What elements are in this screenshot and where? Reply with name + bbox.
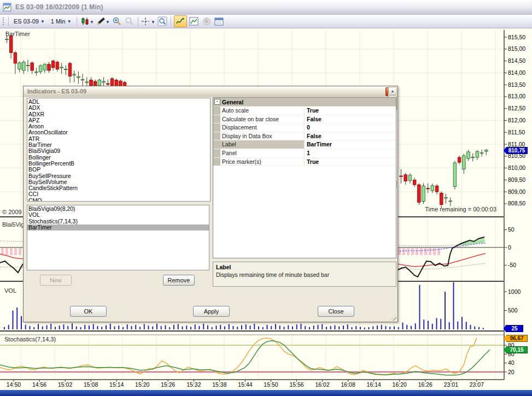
panel3-indicator-label: VOL — [4, 287, 16, 294]
zoom-out-icon — [125, 17, 134, 26]
toolbar-separator — [138, 17, 138, 26]
price-marker: 70,15 — [504, 346, 528, 353]
apply-button[interactable]: Apply — [193, 306, 230, 317]
property-grid[interactable]: − General Auto scaleTrueCalculate on bar… — [213, 97, 396, 258]
new-button[interactable]: New — [40, 275, 72, 286]
property-row[interactable]: LabelBarTimer — [213, 140, 396, 149]
panel1-indicator-label: BarTimer — [5, 31, 30, 37]
crosshair-button[interactable]: ▼ — [141, 16, 155, 27]
data-box-icon — [214, 17, 224, 26]
list-item[interactable]: ADXR — [28, 111, 210, 117]
crosshair-icon: ▼ — [141, 17, 155, 26]
window-bottom-border — [0, 390, 532, 396]
ok-button[interactable]: OK — [70, 306, 107, 317]
zoom-out-button[interactable] — [124, 16, 135, 27]
candle — [73, 74, 76, 75]
candle — [408, 175, 412, 181]
coin-button[interactable]: $ — [201, 16, 212, 27]
panel4-indicator-label: Stochastics(7,14,3) — [4, 336, 56, 342]
scroll-up-icon[interactable]: ▲ — [388, 87, 397, 95]
candlestick-style-icon: ▼ — [81, 17, 93, 26]
resize-grip[interactable] — [390, 314, 396, 321]
axis-label: 811,00 — [508, 141, 525, 147]
candle — [102, 81, 106, 82]
time-axis-label: 23:07 — [470, 381, 484, 388]
axis-label: 813,00 — [508, 93, 525, 99]
coin-icon: $ — [202, 17, 211, 26]
axis-label: 815,50 — [508, 34, 525, 40]
drawing-tools-button[interactable]: ▼ — [96, 16, 110, 27]
axis-label: 813,50 — [508, 81, 525, 88]
time-axis-label: 15:38 — [212, 381, 226, 388]
property-row[interactable]: Panel1 — [213, 149, 396, 158]
close-button[interactable]: Close — [318, 306, 354, 317]
list-item[interactable]: CCI — [28, 191, 210, 197]
price-marker: 810,75 — [504, 147, 528, 154]
property-row[interactable]: Display in Data BoxFalse — [213, 132, 396, 141]
svg-text:$: $ — [205, 19, 208, 24]
selected-indicators-list[interactable]: Blai5Vigia09(8,20)VOLStochastics(7,14,3)… — [27, 205, 209, 270]
candle — [471, 157, 475, 158]
toolbar-separator — [171, 17, 171, 26]
candle — [9, 36, 13, 52]
list-item[interactable]: ADL — [28, 99, 210, 105]
list-item[interactable]: VOL — [28, 212, 209, 218]
zoom-in-icon — [113, 17, 121, 26]
toolbar-separator — [8, 17, 9, 26]
candle — [48, 64, 51, 70]
window-titlebar[interactable]: ES 03-09 16/02/2009 (1 Min) — [0, 0, 532, 15]
zoom-window-button[interactable] — [157, 16, 168, 27]
list-item[interactable]: BollingerPercentB — [28, 161, 210, 167]
candle — [26, 65, 30, 66]
candle — [400, 176, 403, 176]
copyright-label: © 2009 — [2, 209, 22, 215]
candle — [440, 193, 443, 204]
property-row[interactable]: Auto scaleTrue — [213, 107, 396, 115]
axis-label: 812,00 — [508, 117, 525, 123]
drawing-tools-icon: ▼ — [96, 17, 109, 26]
time-axis-label: 15:08 — [84, 381, 98, 388]
axis-label: 1000 — [508, 288, 521, 295]
interval-dropdown[interactable]: 1 Min▼ — [49, 17, 74, 26]
list-item[interactable]: Stochastics(7,14,3) — [28, 218, 209, 224]
remove-button[interactable]: Remove — [163, 275, 195, 286]
chart-type-button[interactable] — [189, 16, 200, 27]
data-box-button[interactable] — [214, 16, 225, 27]
zoom-in-button[interactable] — [112, 16, 122, 27]
candle — [107, 84, 110, 84]
property-row[interactable]: Displacement0 — [213, 123, 396, 132]
candle — [18, 63, 21, 69]
candle — [449, 201, 452, 202]
property-row[interactable]: Calculate on bar closeFalse — [213, 115, 396, 124]
list-item[interactable]: Blai5Vigia09 — [28, 148, 210, 154]
indicators-button[interactable] — [174, 15, 187, 27]
axis-label: -50 — [508, 262, 516, 268]
candle — [413, 180, 416, 185]
list-item[interactable]: Blai5Vigia09(8,20) — [28, 206, 209, 212]
list-item[interactable]: APZ — [28, 117, 210, 123]
list-item[interactable]: AroonOscillator — [28, 129, 210, 135]
candle — [458, 157, 461, 162]
list-item[interactable]: BOP — [28, 167, 210, 173]
time-axis-label: 15:02 — [58, 381, 72, 388]
list-item[interactable]: BarTimer — [27, 224, 209, 230]
time-remaining-label: Time remaining = 00:00:03 — [425, 206, 496, 212]
list-item[interactable]: CandleStickPattern — [28, 185, 210, 191]
property-row[interactable]: Price marker(s)True — [213, 158, 396, 167]
candlestick-style-button[interactable]: ▼ — [80, 16, 94, 27]
toolbar-drag-handle[interactable] — [2, 17, 4, 26]
list-item[interactable]: CMO — [28, 198, 210, 202]
available-indicators-list[interactable]: ADLADXADXRAPZAroonAroonOscillatorATRBarT… — [27, 98, 211, 202]
dialog-titlebar[interactable]: Indicators - ES 03-09 — [24, 86, 397, 97]
property-group-header[interactable]: − General — [213, 98, 396, 107]
axis-label: 809,50 — [508, 176, 525, 183]
indicators-dialog: Indicators - ES 03-09 ✕ ADLADXADXRAPZAro… — [23, 86, 398, 322]
instrument-dropdown[interactable]: ES 03-09▼ — [11, 17, 47, 26]
list-item[interactable]: ADX — [28, 105, 210, 111]
list-item[interactable]: ATR — [28, 136, 210, 142]
collapse-icon[interactable]: − — [214, 99, 220, 105]
candle — [467, 152, 470, 158]
svg-text:▼: ▼ — [106, 20, 109, 25]
time-axis-label: 15:14 — [109, 381, 124, 388]
candle — [14, 52, 17, 63]
